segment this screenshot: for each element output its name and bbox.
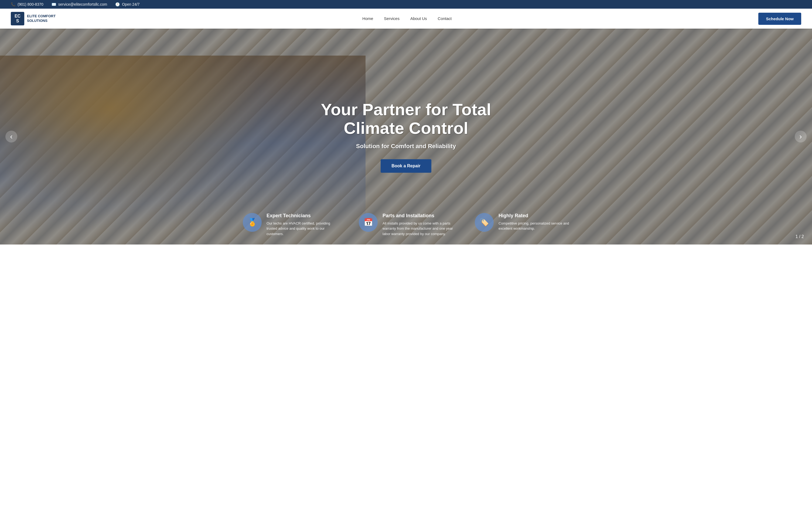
schedule-now-button[interactable]: Schedule Now bbox=[758, 13, 801, 25]
email-icon: ✉️ bbox=[51, 2, 56, 6]
hero-section: ‹ Your Partner for Total Climate Control… bbox=[0, 29, 812, 244]
nav-link-contact[interactable]: Contact bbox=[438, 16, 452, 21]
business-hours: Open 24/7 bbox=[122, 2, 139, 6]
feature-item-2: 🏷️ Highly Rated Competitive pricing, per… bbox=[475, 213, 569, 237]
logo-text: ELITE COMFORT SOLUTIONS bbox=[27, 14, 56, 23]
nav-item-home[interactable]: Home bbox=[362, 16, 373, 21]
nav-link-services[interactable]: Services bbox=[384, 16, 399, 21]
feature-title-2: Highly Rated bbox=[498, 213, 569, 218]
carousel-next-button[interactable]: › bbox=[795, 131, 807, 142]
book-repair-button[interactable]: Book a Repair bbox=[381, 159, 431, 173]
feature-icon-rated: 🏷️ bbox=[475, 213, 494, 232]
slide-counter: 1 / 2 bbox=[796, 234, 804, 239]
logo-area: ECS ELITE COMFORT SOLUTIONS bbox=[11, 12, 56, 25]
feature-desc-2: Competitive pricing, personalized servic… bbox=[498, 221, 569, 231]
hero-content: Your Partner for Total Climate Control S… bbox=[298, 95, 514, 178]
feature-item-1: 📅 Parts and Installations All installs p… bbox=[359, 213, 453, 237]
logo-badge: ECS bbox=[11, 12, 24, 25]
feature-title-1: Parts and Installations bbox=[383, 213, 453, 218]
phone-number: (901) 800-8370 bbox=[17, 2, 43, 6]
carousel-prev-button[interactable]: ‹ bbox=[5, 131, 17, 142]
feature-desc-1: All installs provided by us come with a … bbox=[383, 221, 453, 237]
feature-icon-expert: 🏅 bbox=[243, 213, 262, 232]
email-address: service@elitecomfortsllc.com bbox=[58, 2, 107, 6]
phone-info: 📞 (901) 800-8370 bbox=[11, 2, 43, 6]
phone-icon: 📞 bbox=[11, 2, 15, 6]
nav-menu: Home Services About Us Contact bbox=[362, 16, 452, 21]
logo-initials: ECS bbox=[14, 14, 21, 23]
top-bar: 📞 (901) 800-8370 ✉️ service@elitecomfort… bbox=[0, 0, 812, 9]
nav-item-contact[interactable]: Contact bbox=[438, 16, 452, 21]
feature-text-expert: Expert Technicians Our techs are HVACR c… bbox=[267, 213, 337, 237]
email-info: ✉️ service@elitecomfortsllc.com bbox=[51, 2, 107, 6]
nav-link-home[interactable]: Home bbox=[362, 16, 373, 21]
clock-icon: 🕐 bbox=[115, 2, 120, 6]
hero-subtitle: Solution for Comfort and Reliability bbox=[304, 143, 508, 150]
feature-desc-0: Our techs are HVACR certified, providing… bbox=[267, 221, 337, 237]
feature-item-0: 🏅 Expert Technicians Our techs are HVACR… bbox=[243, 213, 337, 237]
navbar: ECS ELITE COMFORT SOLUTIONS Home Service… bbox=[0, 9, 812, 29]
hours-info: 🕐 Open 24/7 bbox=[115, 2, 139, 6]
nav-item-about[interactable]: About Us bbox=[410, 16, 427, 21]
feature-text-parts: Parts and Installations All installs pro… bbox=[383, 213, 453, 237]
hero-title: Your Partner for Total Climate Control bbox=[304, 100, 508, 137]
features-strip: 🏅 Expert Technicians Our techs are HVACR… bbox=[0, 205, 812, 245]
nav-link-about[interactable]: About Us bbox=[410, 16, 427, 21]
nav-item-services[interactable]: Services bbox=[384, 16, 399, 21]
feature-icon-parts: 📅 bbox=[359, 213, 378, 232]
feature-text-rated: Highly Rated Competitive pricing, person… bbox=[498, 213, 569, 231]
feature-title-0: Expert Technicians bbox=[267, 213, 337, 218]
